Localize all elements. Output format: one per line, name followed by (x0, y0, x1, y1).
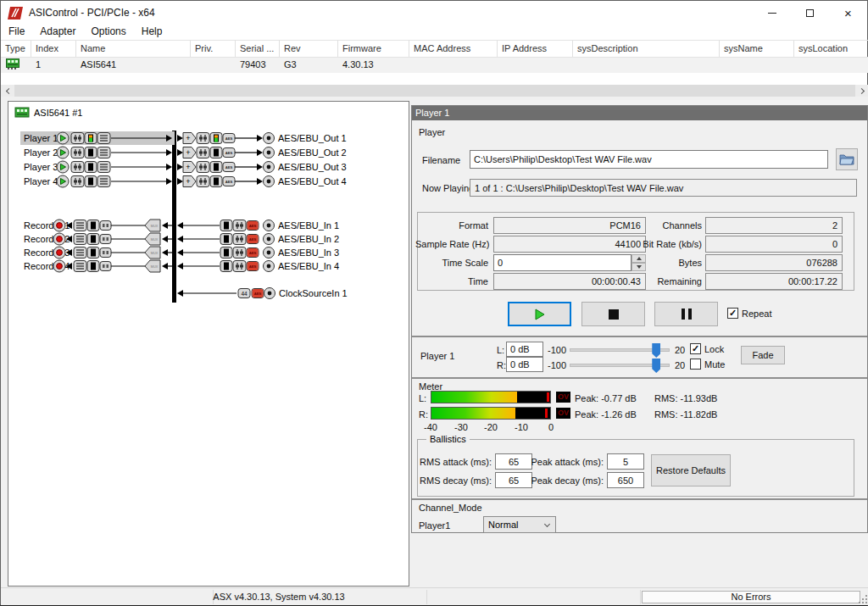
format-field: PCM16 (493, 217, 646, 234)
col-mac[interactable]: MAC Address (409, 41, 498, 57)
topology-panel: ASI5641 #1Player 1+AESAES/EBU_Out 1Playe… (8, 101, 409, 587)
bit-rate-label: Bit Rate (kb/s) (629, 239, 702, 249)
topology-canvas[interactable]: ASI5641 #1Player 1+AESAES/EBU_Out 1Playe… (8, 102, 409, 586)
pause-icon (682, 309, 692, 320)
meter-scale-tick: 0 (542, 422, 559, 432)
restore-defaults-button[interactable]: Restore Defaults (651, 454, 731, 486)
time-scale-input[interactable] (493, 254, 632, 271)
col-priv[interactable]: Priv. (191, 41, 236, 57)
peak-decay-input[interactable] (607, 472, 644, 488)
channel-mode-title: Channel_Mode (419, 503, 482, 513)
col-rev[interactable]: Rev (280, 41, 338, 57)
browse-button[interactable] (836, 148, 858, 170)
window-title: ASIControl - PCI/PCIe - x64 (29, 7, 155, 19)
remaining-field: 00:00:17.22 (705, 273, 843, 290)
maximize-button[interactable] (791, 1, 829, 25)
topology-player-row[interactable]: Player 3+AESAES/EBU_Out 3 (24, 161, 347, 173)
vol-left-slider[interactable] (570, 348, 670, 352)
adapter-table-header: Type Index Name Priv. Serial ... Rev Fir… (1, 40, 868, 58)
repeat-checkbox[interactable] (727, 308, 738, 319)
topology-clock-row[interactable]: 44AESClockSourceIn 1 (177, 288, 348, 299)
peak-attack-input[interactable] (607, 453, 644, 470)
mute-checkbox[interactable] (690, 359, 701, 370)
svg-text:AES: AES (225, 165, 233, 170)
cell-mac (409, 58, 498, 73)
play-icon (535, 309, 545, 320)
col-sysdescription[interactable]: sysDescription (573, 41, 720, 57)
topology-player-row[interactable]: Player 2+AESAES/EBU_Out 2 (24, 147, 347, 158)
menu-help[interactable]: Help (134, 25, 170, 40)
sample-rate-field: 44100 (493, 236, 646, 253)
svg-text:44: 44 (241, 291, 248, 297)
topology-player-row[interactable]: Player 4+AESAES/EBU_Out 4 (24, 175, 347, 187)
vol-left-max: 20 (675, 345, 685, 355)
meter-right-bar (431, 407, 551, 420)
col-type[interactable]: Type (1, 41, 31, 57)
player-panel: Player 1 Player Filename Now Playing 1 o… (411, 105, 868, 533)
svg-text:ClockSourceIn 1: ClockSourceIn 1 (279, 288, 348, 298)
col-syslocation[interactable]: sysLocation (794, 41, 868, 57)
fade-button[interactable]: Fade (741, 346, 785, 364)
col-ip[interactable]: IP Address (498, 41, 573, 57)
svg-text:AES: AES (254, 292, 262, 296)
svg-text:AES: AES (249, 224, 257, 228)
lock-checkbox[interactable] (690, 343, 701, 354)
scroll-right-button[interactable] (855, 85, 868, 97)
cell-syslocation (794, 58, 868, 73)
separator (412, 336, 867, 337)
svg-text:AES/EBU_In 4: AES/EBU_In 4 (278, 261, 339, 271)
horizontal-scrollbar[interactable] (1, 85, 868, 97)
svg-text:AES: AES (249, 251, 257, 255)
col-firmware[interactable]: Firmware (338, 41, 409, 57)
adapter-row[interactable]: 1 ASI5641 79403 G3 4.30.13 (1, 58, 868, 73)
topology-adapter-label: ASI5641 #1 (15, 108, 83, 118)
bit-rate-field: 0 (705, 236, 843, 253)
chevron-down-icon (544, 520, 550, 526)
meter-left-ov-indicator: OV (556, 392, 570, 403)
vol-right-slider[interactable] (570, 364, 670, 367)
filename-input[interactable] (470, 150, 828, 169)
topology-recorder-row[interactable]: Recorder 2MUXAESAES/EBU_In 2 (24, 233, 339, 245)
meter-right-fill (431, 408, 515, 419)
menu-file[interactable]: File (1, 25, 32, 40)
svg-text:+: + (186, 148, 190, 157)
topology-recorder-row[interactable]: Recorder 3MUXAESAES/EBU_In 3 (24, 247, 339, 259)
close-button[interactable]: × (829, 1, 867, 25)
col-serial[interactable]: Serial ... (236, 41, 280, 57)
stop-button[interactable] (581, 302, 645, 326)
meter-scale-tick: -30 (453, 422, 470, 432)
topology-recorder-row[interactable]: Recorder 1MUXAESAES/EBU_In 1 (24, 220, 339, 231)
status-bar: ASX v4.30.13, System v4.30.13 No Errors (1, 587, 868, 605)
menu-options[interactable]: Options (83, 25, 133, 40)
meter-left-peak-indicator (547, 392, 549, 402)
play-button[interactable] (508, 302, 571, 326)
resize-grip[interactable] (865, 602, 867, 603)
vol-left-input[interactable] (506, 342, 543, 357)
pause-button[interactable] (654, 302, 718, 326)
menu-adapter[interactable]: Adapter (32, 25, 83, 40)
svg-text:AES/EBU_Out 4: AES/EBU_Out 4 (278, 176, 347, 186)
col-index[interactable]: Index (31, 41, 76, 57)
scroll-left-button[interactable] (1, 85, 14, 97)
topology-player-row[interactable]: Player 1+AESAES/EBU_Out 1 (20, 131, 347, 145)
rms-decay-label: RMS decay (ms): (419, 475, 492, 486)
meter-right-peak-text: Peak: -1.26 dB (575, 409, 637, 420)
vol-right-input[interactable] (506, 357, 543, 372)
meter-scale-tick: -20 (482, 422, 499, 432)
topology-recorder-row[interactable]: Recorder 4MUXAESAES/EBU_In 4 (24, 260, 339, 272)
vol-right-slider-thumb[interactable] (652, 359, 660, 373)
svg-text:AES/EBU_In 2: AES/EBU_In 2 (278, 234, 339, 244)
meter-left-bar (431, 391, 551, 403)
col-sysname[interactable]: sysName (720, 41, 794, 57)
svg-text:AES: AES (225, 136, 233, 141)
svg-text:AES/EBU_Out 2: AES/EBU_Out 2 (278, 147, 347, 158)
ballistics-title: Ballistics (426, 434, 470, 444)
svg-text:AES/EBU_Out 1: AES/EBU_Out 1 (278, 133, 347, 143)
col-name[interactable]: Name (76, 41, 191, 57)
sample-rate-label: Sample Rate (Hz) (415, 239, 488, 249)
cell-priv (191, 58, 236, 73)
meter-right-rms-text: RMS: -11.82dB (654, 409, 717, 420)
minimize-button[interactable] (753, 1, 791, 25)
channel-mode-select[interactable]: Normal (483, 516, 556, 533)
vol-left-slider-thumb[interactable] (652, 343, 660, 358)
